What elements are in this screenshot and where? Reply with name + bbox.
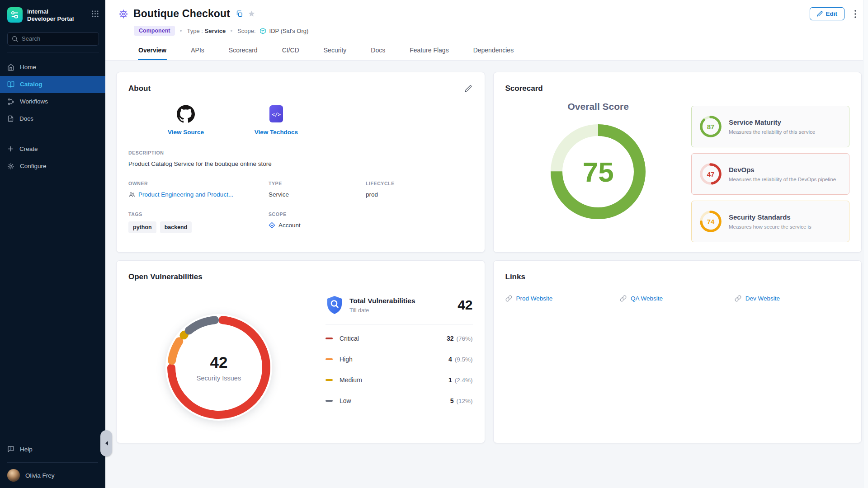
github-icon bbox=[177, 105, 195, 123]
team-icon bbox=[128, 191, 135, 198]
lifecycle-field: LIFECYCLE prod bbox=[366, 181, 473, 198]
avatar bbox=[7, 469, 20, 482]
scorecard-item-security-standards[interactable]: 74 Security Standards Measures how secur… bbox=[691, 201, 849, 242]
tag-chip[interactable]: python bbox=[128, 221, 156, 233]
about-edit-button[interactable] bbox=[464, 84, 473, 93]
copy-name-button[interactable] bbox=[235, 9, 244, 19]
owner-label: OWNER bbox=[128, 181, 269, 186]
vulnerabilities-card: Open Vulnerabilities 42 Security Issues bbox=[116, 260, 485, 443]
severity-count: 4 bbox=[448, 356, 452, 363]
tab-bar: Overview APIs Scorecard CI/CD Security D… bbox=[118, 42, 857, 60]
sidebar-item-label: Create bbox=[19, 145, 38, 152]
vulnerabilities-title: Open Vulnerabilities bbox=[128, 272, 203, 282]
type-value: Service bbox=[205, 28, 226, 34]
kebab-icon bbox=[854, 10, 856, 18]
more-options-button[interactable] bbox=[854, 9, 857, 19]
severity-count: 1 bbox=[448, 376, 452, 384]
link-icon bbox=[620, 295, 627, 302]
severity-dash bbox=[326, 358, 333, 361]
sidebar-item-catalog[interactable]: Catalog bbox=[0, 76, 105, 93]
sidebar-collapse-button[interactable] bbox=[100, 430, 112, 456]
total-vulnerabilities-title: Total Vulnerabilities bbox=[349, 297, 415, 305]
about-title: About bbox=[128, 84, 151, 93]
divider bbox=[7, 134, 99, 134]
search-icon bbox=[12, 36, 18, 42]
scorecard-item-service-maturity[interactable]: 87 Service Maturity Measures the reliabi… bbox=[691, 106, 849, 147]
user-name: Olivia Frey bbox=[25, 472, 55, 479]
tab-dependencies[interactable]: Dependencies bbox=[473, 42, 514, 60]
techdocs-icon: </> bbox=[269, 105, 284, 123]
link-label: Prod Website bbox=[516, 295, 553, 302]
sidebar-item-docs[interactable]: Docs bbox=[0, 110, 105, 127]
edit-button[interactable]: Edit bbox=[810, 7, 845, 20]
severity-label: Medium bbox=[340, 376, 362, 384]
apps-grid-icon[interactable] bbox=[91, 7, 99, 19]
app-logo[interactable] bbox=[7, 7, 23, 23]
entity-meta-row: Component Type : Service Scope: IDP (Sid… bbox=[134, 26, 857, 36]
page-header: Boutique Checkout Edit bbox=[105, 0, 868, 61]
sidebar-item-create[interactable]: Create bbox=[0, 141, 105, 158]
severity-row-high: High 4(9.5%) bbox=[326, 349, 473, 370]
entity-kind-badge: Component bbox=[134, 26, 175, 36]
severity-count: 5 bbox=[450, 397, 454, 404]
tab-apis[interactable]: APIs bbox=[190, 42, 205, 60]
view-techdocs-link[interactable]: </> View Techdocs bbox=[238, 105, 315, 136]
scrollbar-track[interactable] bbox=[863, 0, 868, 488]
description-value: Product Catalog Service for the boutique… bbox=[128, 160, 473, 167]
severity-percent: (9.5%) bbox=[455, 356, 473, 363]
link-prod-website[interactable]: Prod Website bbox=[505, 295, 620, 302]
main-area: Boutique Checkout Edit bbox=[105, 0, 868, 488]
tab-overview[interactable]: Overview bbox=[138, 42, 167, 60]
tab-scorecard[interactable]: Scorecard bbox=[228, 42, 258, 60]
scorecard-item-devops[interactable]: 47 DevOps Measures the reliability of th… bbox=[691, 153, 849, 195]
score-value: 87 bbox=[699, 115, 722, 138]
type-value: Service bbox=[269, 191, 366, 198]
severity-count: 32 bbox=[447, 335, 454, 342]
severity-percent: (76%) bbox=[456, 335, 472, 342]
sidebar-item-workflows[interactable]: Workflows bbox=[0, 93, 105, 110]
circuit-logo-icon bbox=[10, 10, 19, 19]
sidebar-item-help[interactable]: ? Help bbox=[0, 441, 105, 458]
lifecycle-label: LIFECYCLE bbox=[366, 181, 473, 186]
scope-cube-icon bbox=[259, 28, 266, 34]
search-box[interactable] bbox=[7, 32, 99, 46]
account-scope-icon bbox=[269, 222, 275, 229]
view-techdocs-label: View Techdocs bbox=[255, 129, 298, 136]
link-qa-website[interactable]: QA Website bbox=[620, 295, 735, 302]
dot-separator bbox=[231, 30, 232, 32]
tab-security[interactable]: Security bbox=[323, 42, 347, 60]
severity-row-critical: Critical 32(76%) bbox=[326, 328, 473, 349]
favorite-star-button[interactable] bbox=[247, 9, 256, 19]
catalog-book-icon bbox=[7, 81, 14, 88]
overview-content: About View Source bbox=[105, 61, 868, 488]
owner-link[interactable]: Product Engineering and Product... bbox=[138, 191, 233, 198]
vulnerabilities-donut: 42 Security Issues bbox=[153, 301, 285, 433]
tab-docs[interactable]: Docs bbox=[370, 42, 386, 60]
severity-row-medium: Medium 1(2.4%) bbox=[326, 370, 473, 390]
sidebar-item-configure[interactable]: Configure bbox=[0, 158, 105, 175]
gear-icon bbox=[7, 163, 14, 170]
type-field: TYPE Service bbox=[269, 181, 366, 198]
edit-button-label: Edit bbox=[826, 10, 838, 17]
scorecard-items: 87 Service Maturity Measures the reliabi… bbox=[691, 106, 849, 242]
link-dev-website[interactable]: Dev Website bbox=[735, 295, 849, 302]
tag-chip[interactable]: backend bbox=[160, 221, 192, 233]
severity-row-low: Low 5(12%) bbox=[326, 390, 473, 411]
view-source-link[interactable]: View Source bbox=[147, 105, 224, 136]
severity-percent: (12%) bbox=[456, 398, 472, 404]
tab-cicd[interactable]: CI/CD bbox=[282, 42, 300, 60]
scope-field: SCOPE Account bbox=[269, 211, 366, 233]
sidebar: Internal Developer Portal bbox=[0, 0, 105, 488]
user-menu[interactable]: Olivia Frey bbox=[0, 465, 105, 482]
link-label: Dev Website bbox=[745, 295, 780, 302]
links-title: Links bbox=[505, 272, 525, 282]
sidebar-item-label: Workflows bbox=[20, 98, 48, 105]
security-issues-label: Security Issues bbox=[197, 375, 241, 382]
tab-feature-flags[interactable]: Feature Flags bbox=[409, 42, 449, 60]
severity-dash bbox=[326, 400, 333, 402]
sidebar-item-home[interactable]: Home bbox=[0, 59, 105, 76]
score-description: Measures the reliability of this service bbox=[729, 129, 815, 135]
home-icon bbox=[7, 64, 14, 71]
component-gear-icon bbox=[118, 9, 129, 19]
search-input[interactable] bbox=[22, 35, 90, 42]
